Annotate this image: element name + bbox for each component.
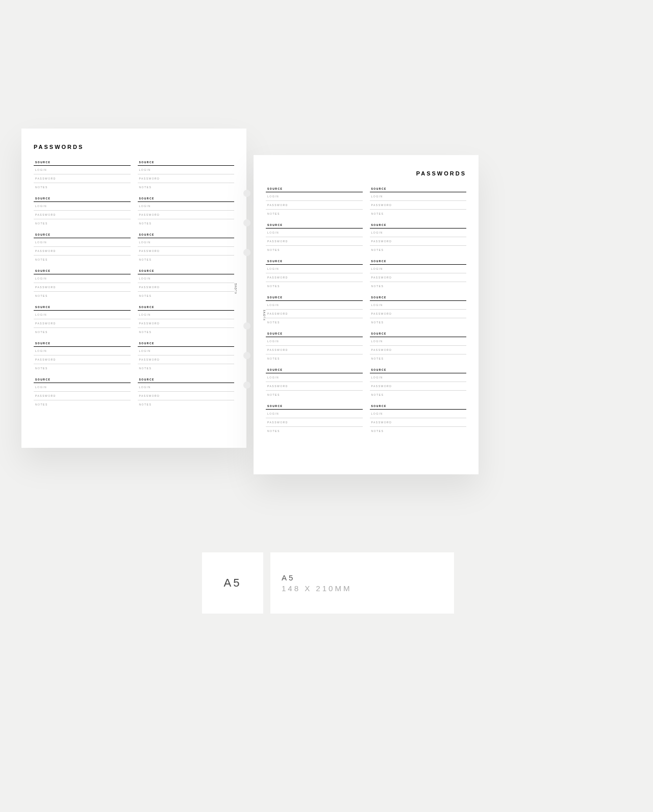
source-label: SOURCE	[370, 331, 467, 337]
password-entry: SOURCELOGINPASSWORDNOTES	[370, 331, 467, 363]
password-label: PASSWORD	[370, 310, 467, 318]
notes-label: NOTES	[370, 354, 467, 363]
login-label: LOGIN	[370, 373, 467, 382]
login-label: LOGIN	[370, 337, 467, 346]
password-entry: SOURCELOGINPASSWORDNOTES	[370, 186, 467, 218]
source-label: SOURCE	[138, 304, 235, 311]
source-label: SOURCE	[266, 294, 363, 301]
notes-label: NOTES	[266, 354, 363, 363]
password-entry: SOURCELOGINPASSWORDNOTES	[138, 159, 235, 191]
password-entry: SOURCELOGINPASSWORDNOTES	[138, 268, 235, 300]
password-entry: SOURCELOGINPASSWORDNOTES	[370, 294, 467, 326]
source-label: SOURCE	[138, 195, 235, 202]
password-entry: SOURCELOGINPASSWORDNOTES	[266, 367, 363, 399]
login-label: LOGIN	[370, 192, 467, 201]
notes-label: NOTES	[34, 183, 131, 191]
password-entry: SOURCELOGINPASSWORDNOTES	[266, 294, 363, 326]
source-label: SOURCE	[34, 340, 131, 347]
login-label: LOGIN	[370, 265, 467, 273]
login-label: LOGIN	[370, 301, 467, 310]
password-label: PASSWORD	[138, 356, 235, 364]
login-label: LOGIN	[266, 410, 363, 418]
source-label: SOURCE	[370, 222, 467, 229]
planner-page-right: PASSWORDS SOURCELOGINPASSWORDNOTESSOURCE…	[254, 155, 479, 474]
password-label: PASSWORD	[138, 392, 235, 400]
column-1: SOURCELOGINPASSWORDNOTESSOURCELOGINPASSW…	[266, 186, 363, 439]
punch-holes	[243, 190, 250, 445]
notes-label: NOTES	[138, 256, 235, 264]
notes-label: NOTES	[138, 400, 235, 409]
source-label: SOURCE	[138, 232, 235, 238]
notes-label: NOTES	[34, 256, 131, 264]
password-label: PASSWORD	[266, 201, 363, 210]
password-entry: SOURCELOGINPASSWORDNOTES	[370, 222, 467, 254]
password-label: PASSWORD	[34, 211, 131, 219]
size-card: A5	[202, 552, 263, 614]
login-label: LOGIN	[34, 383, 131, 392]
login-label: LOGIN	[370, 229, 467, 237]
punch-hole-icon	[243, 322, 250, 329]
brand-text: KLOVE	[263, 309, 266, 320]
source-label: SOURCE	[266, 331, 363, 337]
notes-label: NOTES	[370, 427, 467, 435]
punch-hole-icon	[243, 219, 250, 226]
password-label: PASSWORD	[370, 237, 467, 246]
password-label: PASSWORD	[370, 273, 467, 282]
login-label: LOGIN	[34, 347, 131, 356]
source-label: SOURCE	[34, 268, 131, 274]
login-label: LOGIN	[138, 166, 235, 174]
password-label: PASSWORD	[138, 247, 235, 256]
password-entry: SOURCELOGINPASSWORDNOTES	[266, 186, 363, 218]
source-label: SOURCE	[370, 403, 467, 410]
password-label: PASSWORD	[370, 201, 467, 210]
password-entry: SOURCELOGINPASSWORDNOTES	[34, 195, 131, 227]
login-label: LOGIN	[266, 229, 363, 237]
source-label: SOURCE	[266, 186, 363, 192]
login-label: LOGIN	[34, 238, 131, 247]
password-label: PASSWORD	[266, 237, 363, 246]
password-label: PASSWORD	[266, 310, 363, 318]
login-label: LOGIN	[266, 265, 363, 273]
notes-label: NOTES	[266, 246, 363, 254]
notes-label: NOTES	[138, 219, 235, 227]
notes-label: NOTES	[266, 391, 363, 399]
login-label: LOGIN	[34, 274, 131, 283]
notes-label: NOTES	[266, 318, 363, 326]
login-label: LOGIN	[138, 383, 235, 392]
notes-label: NOTES	[138, 364, 235, 372]
login-label: LOGIN	[370, 410, 467, 418]
entry-columns: SOURCELOGINPASSWORDNOTESSOURCELOGINPASSW…	[34, 159, 234, 413]
source-label: SOURCE	[34, 304, 131, 311]
notes-label: NOTES	[34, 328, 131, 336]
brand-text: KLOVE	[234, 283, 237, 294]
source-label: SOURCE	[138, 159, 235, 166]
password-entry: SOURCELOGINPASSWORDNOTES	[34, 268, 131, 300]
punch-hole-icon	[243, 382, 250, 389]
login-label: LOGIN	[138, 347, 235, 356]
source-label: SOURCE	[370, 294, 467, 301]
password-label: PASSWORD	[266, 418, 363, 427]
column-1: SOURCELOGINPASSWORDNOTESSOURCELOGINPASSW…	[34, 159, 131, 413]
size-code: A5	[224, 576, 242, 590]
password-entry: SOURCELOGINPASSWORDNOTES	[370, 403, 467, 435]
password-label: PASSWORD	[34, 319, 131, 328]
password-label: PASSWORD	[34, 356, 131, 364]
password-entry: SOURCELOGINPASSWORDNOTES	[266, 331, 363, 363]
source-label: SOURCE	[266, 222, 363, 229]
login-label: LOGIN	[34, 166, 131, 174]
notes-label: NOTES	[138, 183, 235, 191]
password-label: PASSWORD	[266, 382, 363, 391]
notes-label: NOTES	[370, 210, 467, 218]
password-label: PASSWORD	[34, 392, 131, 400]
login-label: LOGIN	[266, 192, 363, 201]
password-entry: SOURCELOGINPASSWORDNOTES	[138, 195, 235, 227]
password-label: PASSWORD	[266, 273, 363, 282]
source-label: SOURCE	[370, 186, 467, 192]
page-title: PASSWORDS	[34, 144, 234, 150]
source-label: SOURCE	[34, 159, 131, 166]
password-entry: SOURCELOGINPASSWORDNOTES	[34, 159, 131, 191]
notes-label: NOTES	[266, 427, 363, 435]
column-2: SOURCELOGINPASSWORDNOTESSOURCELOGINPASSW…	[138, 159, 235, 413]
page-title: PASSWORDS	[266, 170, 466, 176]
source-label: SOURCE	[34, 232, 131, 238]
